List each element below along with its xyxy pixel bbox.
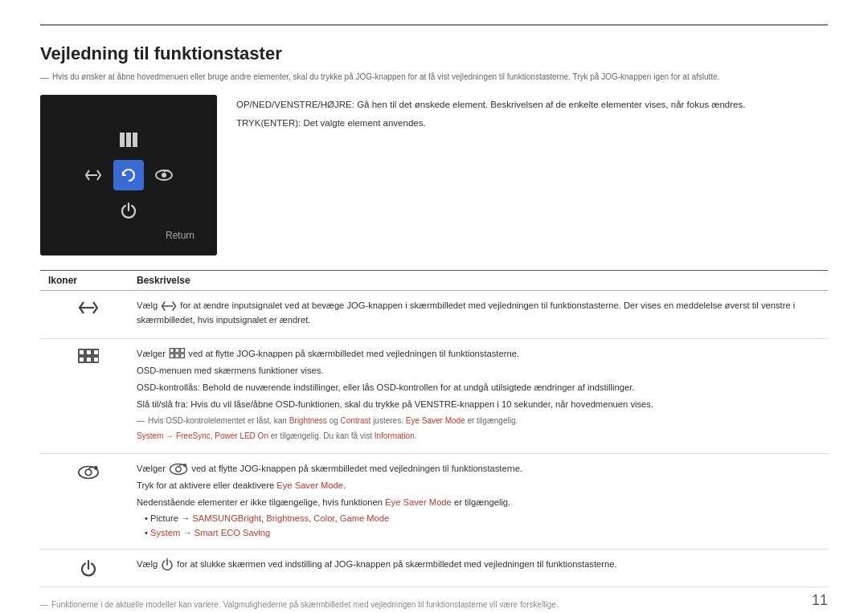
svg-point-30	[176, 466, 182, 472]
desc-grid: Vælger ved at flytte JOG-knappen på skær…	[137, 347, 828, 445]
table-header: Ikoner Beskrivelse	[40, 271, 828, 291]
grid-icon-eye	[149, 160, 179, 190]
function-table: Ikoner Beskrivelse Vælg for at ændre inp…	[40, 270, 828, 587]
desc-eye-bullet-2: System → Smart ECO Saving	[145, 526, 828, 541]
svg-rect-14	[79, 349, 84, 355]
desc-grid-note2: System → FreeSync, Power LED On er tilgæ…	[137, 430, 828, 443]
link-brightness2: Brightness	[266, 513, 309, 523]
svg-rect-0	[120, 133, 125, 137]
monitor-illustration: Return	[40, 95, 217, 255]
grid-cell-empty-1	[78, 125, 108, 155]
desc-eye-bullet-1: Picture → SAMSUNGBright, Brightness, Col…	[145, 512, 828, 526]
desc-eye-bullets: Picture → SAMSUNGBright, Brightness, Col…	[137, 512, 828, 541]
svg-rect-18	[86, 357, 92, 362]
monitor-icons-grid	[77, 124, 180, 227]
desc-eye-1: Vælger ved at flytte JOG-knappen på skær…	[137, 462, 828, 476]
link-contrast: Contrast	[341, 416, 371, 425]
desc-arrows-text: Vælg for at ændre inputsignalet ved at b…	[137, 299, 828, 328]
grid-cell-empty-2	[149, 125, 179, 155]
link-eye-saver-3: Eye Saver Mode	[385, 497, 452, 507]
grid-icon-menu	[113, 125, 144, 155]
grid-cell-empty-3	[78, 195, 108, 226]
grid-icon-arrows	[78, 160, 108, 190]
svg-rect-22	[181, 349, 185, 353]
grid-icon-refresh-active	[113, 160, 144, 190]
link-color: Color	[313, 513, 334, 523]
svg-rect-4	[126, 137, 131, 142]
icon-arrows	[40, 299, 137, 315]
svg-rect-5	[133, 137, 137, 142]
svg-point-31	[183, 464, 186, 467]
link-power-led: Power LED On	[215, 431, 268, 440]
desc-eye-3: Nedenstående elementer er ikke tilgængel…	[137, 496, 828, 510]
desc-arrows: Vælg for at ændre inputsignalet ved at b…	[137, 299, 828, 330]
svg-rect-6	[120, 142, 125, 147]
subtitle-note: ― Hvis du ønsker at åbne hovedmenuen ell…	[40, 72, 828, 82]
svg-point-11	[162, 173, 166, 178]
svg-rect-17	[79, 357, 84, 362]
link-game-mode: Game Mode	[340, 513, 390, 523]
desc-power: Vælg for at slukke skærmen ved indstilli…	[137, 558, 828, 574]
svg-rect-20	[170, 349, 174, 353]
desc-grid-2: OSD-menuen med skærmens funktioner vises…	[137, 364, 828, 378]
desc-eye: Vælger ved at flytte JOG-knappen på skær…	[137, 462, 828, 541]
link-system-freesync: System → FreeSync	[137, 431, 211, 440]
instruction-line-2: TRYK(ENTER): Det valgte element anvendes…	[236, 116, 828, 130]
page-number: 11	[812, 592, 828, 609]
subtitle-text: Hvis du ønsker at åbne hovedmenuen eller…	[52, 72, 719, 81]
svg-rect-1	[126, 133, 131, 137]
main-content: Return OP/NED/VENSTRE/HØJRE: Gå hen til …	[40, 95, 828, 255]
desc-eye-2: Tryk for at aktivere eller deaktivere Ey…	[137, 479, 828, 493]
page-title: Vejledning til funktionstaster	[40, 43, 828, 64]
svg-rect-19	[93, 357, 99, 362]
grid-cell-empty-4	[149, 195, 179, 226]
subtitle-dash: ―	[40, 72, 49, 82]
svg-rect-7	[126, 142, 131, 147]
svg-rect-24	[175, 353, 179, 358]
header-icons: Ikoner	[40, 275, 137, 286]
svg-rect-16	[93, 349, 99, 355]
desc-grid-1: Vælger ved at flytte JOG-knappen på skær…	[137, 347, 828, 362]
link-eye-saver-2: Eye Saver Mode	[276, 480, 343, 490]
link-eye-saver-1: Eye Saver Mode	[406, 416, 465, 425]
link-information: Information	[375, 431, 415, 440]
header-desc: Beskrivelse	[137, 275, 828, 286]
icon-grid	[40, 347, 137, 366]
table-row: Vælg for at ændre inputsignalet ved at b…	[40, 291, 828, 339]
link-brightness: Brightness	[289, 416, 327, 425]
svg-point-27	[85, 469, 92, 476]
top-rule	[40, 24, 828, 26]
svg-rect-23	[170, 353, 174, 358]
table-row: Vælger ved at flytte JOG-knappen på skær…	[40, 454, 828, 550]
footer-note: ― Funktionerne i de aktuelle modeller ka…	[40, 600, 828, 609]
svg-rect-3	[120, 137, 125, 142]
svg-rect-25	[181, 353, 185, 358]
instructions-block: OP/NED/VENSTRE/HØJRE: Gå hen til det øns…	[236, 95, 828, 255]
desc-grid-note1: ―Hvis OSD-kontrolelementet er låst, kan …	[137, 415, 828, 427]
table-row: Vælg for at slukke skærmen ved indstilli…	[40, 550, 828, 587]
footer-text: Funktionerne i de aktuelle modeller kan …	[51, 600, 559, 609]
footer-dash: ―	[40, 600, 48, 609]
monitor-return-label: Return	[166, 230, 194, 241]
svg-rect-2	[133, 133, 137, 137]
desc-power-text: Vælg for at slukke skærmen ved indstilli…	[137, 558, 828, 572]
icon-power	[40, 558, 137, 578]
svg-rect-15	[86, 349, 92, 355]
desc-grid-3: OSD-kontrollås: Behold de nuværende inds…	[137, 381, 828, 395]
svg-rect-21	[175, 349, 179, 353]
link-system-smart-eco: System → Smart ECO Saving	[150, 528, 270, 537]
icon-eye	[40, 462, 137, 481]
instruction-line-1: OP/NED/VENSTRE/HØJRE: Gå hen til det øns…	[236, 98, 828, 112]
svg-point-28	[94, 466, 98, 470]
table-row: Vælger ved at flytte JOG-knappen på skær…	[40, 339, 828, 454]
grid-icon-power	[113, 195, 144, 226]
svg-rect-8	[133, 142, 137, 147]
desc-grid-4: Slå til/slå fra: Hvis du vil låse/åbne O…	[137, 398, 828, 412]
link-samsung-bright: SAMSUNGBright	[192, 513, 261, 523]
